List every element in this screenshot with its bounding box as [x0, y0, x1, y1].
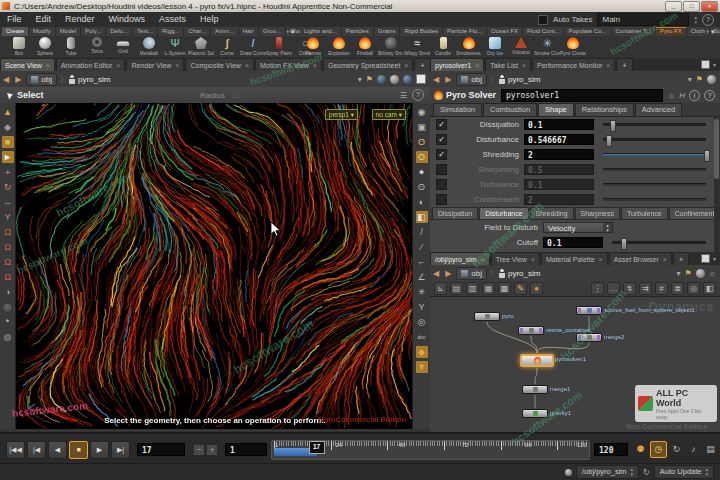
shelf-add-right[interactable]: ＋▾	[704, 27, 715, 36]
shelf-tab-poly[interactable]: Poly...	[81, 27, 106, 36]
field-shredding[interactable]: 2	[524, 149, 594, 160]
node-resize-container[interactable]: resize_container	[518, 326, 544, 335]
checkbox-sharpening[interactable]	[436, 164, 447, 175]
decrement-button[interactable]: −	[193, 444, 205, 456]
material-sphere-icon[interactable]	[403, 75, 412, 84]
tab-render-view[interactable]: Render View×	[126, 58, 184, 71]
sub-tab-confinement[interactable]: Confinement	[669, 207, 720, 219]
close-icon[interactable]: ×	[245, 62, 249, 69]
tab-add[interactable]: +	[673, 252, 689, 265]
tool-metaball[interactable]: Metaball	[136, 36, 162, 58]
tool-platonic-sol[interactable]: Platonic Sol...	[188, 36, 214, 58]
close-icon[interactable]: ×	[531, 256, 535, 263]
tool-fireball[interactable]: Fireball	[352, 36, 378, 58]
shelf-tab-defo[interactable]: Defo...	[106, 27, 133, 36]
refresh-icon[interactable]: ↻	[643, 468, 650, 477]
checkbox-turbulence[interactable]	[436, 179, 447, 190]
play-button[interactable]: ▶	[90, 441, 109, 459]
info-icon[interactable]: i	[689, 90, 700, 101]
edit-note-icon[interactable]: ✎	[514, 282, 527, 295]
find-icon[interactable]: ◎	[687, 282, 700, 295]
close-icon[interactable]: ×	[313, 62, 317, 69]
jump-start-button[interactable]: |◀◀	[6, 441, 25, 459]
camera-menu[interactable]: persp1 ▾	[325, 109, 358, 120]
menu-edit[interactable]: Edit	[29, 12, 59, 27]
overview-icon[interactable]: ◧	[703, 282, 716, 295]
tab-obj-pyro-sim[interactable]: /obj/pyro_sim×	[430, 252, 490, 265]
pane-caret-icon[interactable]: ▾	[713, 255, 716, 262]
layout-icon[interactable]	[416, 74, 426, 84]
scene-viewport[interactable]: ▲◆■►＋↻↔YΩΩΩΩ◑◎*◍ ◉▣ʘʘ●ʘ◐◧/∕⌐∠✳Y◎abc◆▼ pe…	[0, 103, 430, 429]
maximize-button[interactable]: □	[683, 1, 700, 12]
loop-icon[interactable]: ↻	[669, 442, 684, 457]
checkbox-shredding[interactable]: ✓	[436, 149, 447, 160]
param-tab-combustion[interactable]: Combustion	[483, 103, 537, 116]
tab-add[interactable]: +	[616, 58, 632, 71]
tool-sphere[interactable]: Sphere	[32, 36, 58, 58]
corner-icon[interactable]: ⌐	[416, 256, 428, 268]
field-turbulence[interactable]: 0.1	[524, 179, 594, 190]
path-node[interactable]: pyro_sim	[78, 75, 110, 84]
tab-composite-view[interactable]: Composite View×	[185, 58, 254, 71]
scale-icon[interactable]: ↔	[2, 196, 14, 208]
tool-box[interactable]: Box	[6, 36, 32, 58]
back-icon[interactable]: ◀	[430, 75, 442, 84]
shelf-tab-pyro-fx[interactable]: Pyro FX	[656, 27, 687, 36]
lock-icon[interactable]: ▣	[416, 121, 428, 133]
tab-asset-browser[interactable]: Asset Browser×	[609, 252, 672, 265]
snap-point-icon[interactable]: Ω	[2, 241, 14, 253]
view-cone-icon[interactable]: ▲	[2, 106, 14, 118]
wire-shade-icon[interactable]: ◧	[416, 211, 428, 223]
checkbox-disturbance[interactable]: ✓	[436, 134, 447, 145]
playhead[interactable]: 17	[309, 441, 325, 454]
tab-add[interactable]: +	[414, 58, 430, 71]
diamond-select-icon[interactable]: ◆	[2, 121, 14, 133]
slash-icon[interactable]: /	[416, 226, 428, 238]
shelf-add-left[interactable]: ＋▾	[284, 27, 295, 36]
disc-icon[interactable]: ◍	[2, 331, 14, 343]
view-diamond-icon[interactable]: ◆	[416, 346, 428, 358]
dots-icon[interactable]: ⋮	[591, 282, 604, 295]
shelf-tab-hair[interactable]: Hair	[239, 27, 259, 36]
slider-handle[interactable]	[704, 150, 710, 162]
close-icon[interactable]: ×	[606, 62, 610, 69]
take-spinner[interactable]: ▴▾	[694, 15, 697, 25]
tool-wispy-smoke[interactable]: ≈Wispy Smoke	[404, 36, 430, 58]
select-spinner-icon[interactable]: ▴▾	[603, 223, 612, 232]
path-dropdown-icon[interactable]: ▾	[676, 269, 680, 278]
tab-material-palette[interactable]: Material Palette×	[541, 252, 608, 265]
take-selector[interactable]: Main	[597, 13, 689, 26]
pose-icon[interactable]: Y	[2, 211, 14, 223]
tool-torus[interactable]: Torus	[84, 36, 110, 58]
update-spinner-icon[interactable]: ▴▾	[705, 467, 708, 477]
slider-dissipation[interactable]	[603, 123, 706, 126]
shelf-tab-grains[interactable]: Grains	[374, 27, 401, 36]
pen-icon[interactable]: ∕	[416, 241, 428, 253]
close-icon[interactable]: ×	[522, 62, 526, 69]
range-start-field[interactable]: 1	[225, 443, 267, 456]
tool-dry-ice[interactable]: Dry Ice	[482, 36, 508, 58]
tool-curve[interactable]: ∫Curve	[214, 36, 240, 58]
shelf-tab-container-t[interactable]: Container T...	[612, 27, 657, 36]
stop-button[interactable]: ■	[69, 441, 88, 459]
gear-icon[interactable]: ☼	[668, 91, 675, 100]
slider-confinement[interactable]	[603, 198, 706, 201]
shelf-tab-particles[interactable]: Particles	[342, 27, 374, 36]
points-icon[interactable]: ✳	[416, 286, 428, 298]
tree-icon[interactable]: ⊾	[434, 282, 447, 295]
globe-icon[interactable]	[377, 75, 386, 84]
close-icon[interactable]: ×	[46, 62, 50, 69]
angle-icon[interactable]: ∠	[416, 271, 428, 283]
tab-take-list[interactable]: Take List×	[485, 58, 531, 71]
tool-smoke-clus[interactable]: ✳Smoke Clus...	[534, 36, 560, 58]
shelf-tab-lights-and[interactable]: Lights and...	[300, 27, 342, 36]
checkbox-dissipation[interactable]: ✓	[436, 119, 447, 130]
pattern-icon[interactable]: ▩	[498, 282, 511, 295]
tool-l-system[interactable]: ΨL-System	[162, 36, 188, 58]
shelf-tab-model[interactable]: Model	[56, 27, 81, 36]
pin-icon[interactable]: ⚑	[366, 75, 373, 84]
material-icon[interactable]: ◐	[416, 196, 428, 208]
shelf-tab-ocean-fx[interactable]: Ocean FX	[487, 27, 523, 36]
sub-tab-turbulence[interactable]: Turbulence	[621, 207, 668, 219]
slider-handle[interactable]	[606, 135, 612, 147]
